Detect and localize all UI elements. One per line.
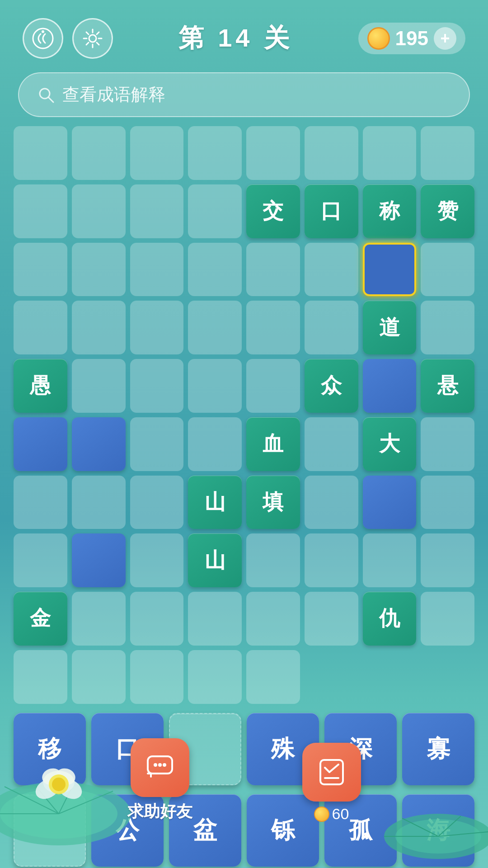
settings-button[interactable]	[72, 18, 113, 59]
search-icon	[37, 86, 55, 104]
grid-cell[interactable]	[130, 301, 184, 354]
grid-cell[interactable]	[130, 184, 184, 238]
grid-cell[interactable]	[363, 533, 417, 587]
grid-cell[interactable]	[188, 184, 242, 238]
coin-icon	[367, 27, 390, 50]
grid-cell[interactable]	[130, 126, 184, 180]
grid-cell[interactable]	[130, 650, 184, 704]
grid-cell[interactable]	[421, 301, 474, 354]
grid-cell[interactable]	[421, 533, 474, 587]
grid-cell[interactable]	[246, 650, 300, 704]
grid-cell[interactable]	[14, 476, 67, 529]
grid-cell[interactable]	[421, 476, 474, 529]
grid-cell[interactable]: 血	[246, 417, 300, 471]
grid-cell[interactable]: 赞	[421, 184, 474, 238]
coin-cost: 60	[332, 805, 349, 823]
svg-line-4	[49, 98, 53, 102]
svg-point-19	[163, 763, 166, 767]
grid-cell[interactable]: 众	[305, 359, 358, 413]
grid-cell[interactable]	[188, 417, 242, 471]
grid-cell[interactable]	[130, 592, 184, 646]
grid-cell[interactable]	[14, 533, 67, 587]
grid-cell[interactable]: 仇	[363, 592, 417, 646]
grid-cell[interactable]	[72, 417, 126, 471]
grid-cell[interactable]	[14, 417, 67, 471]
grid-cell[interactable]	[421, 417, 474, 471]
grid-cell[interactable]	[363, 126, 417, 180]
grid-cell[interactable]	[246, 359, 300, 413]
grid-cell[interactable]: 山	[188, 476, 242, 529]
grid-cell[interactable]	[188, 650, 242, 704]
svg-point-17	[154, 763, 157, 767]
checklist-button-wrap: 60	[302, 743, 361, 823]
grid-cell[interactable]	[246, 301, 300, 354]
grid-cell[interactable]	[14, 243, 67, 297]
back-button[interactable]	[23, 18, 63, 59]
bottom-buttons: 求助好友 60	[0, 738, 488, 823]
coin-count: 195	[395, 27, 428, 50]
grid-cell[interactable]	[188, 126, 242, 180]
grid-cell[interactable]	[72, 533, 126, 587]
grid-cell[interactable]	[305, 243, 358, 297]
grid-cell[interactable]	[72, 243, 126, 297]
grid-cell[interactable]	[72, 592, 126, 646]
grid-cell[interactable]: 金	[14, 592, 67, 646]
coin-badge-icon	[314, 807, 329, 822]
grid-cell[interactable]	[14, 126, 67, 180]
grid-cell[interactable]	[421, 243, 474, 297]
grid-cell[interactable]	[130, 417, 184, 471]
grid-cell[interactable]	[305, 417, 358, 471]
svg-point-1	[42, 30, 44, 33]
grid-cell[interactable]	[305, 126, 358, 180]
checklist-button[interactable]	[302, 743, 361, 802]
grid-cell[interactable]	[188, 592, 242, 646]
grid-cell[interactable]: 口	[305, 184, 358, 238]
grid-cell[interactable]: 悬	[421, 359, 474, 413]
grid-cell[interactable]	[246, 243, 300, 297]
grid-cell[interactable]	[72, 650, 126, 704]
grid-cell[interactable]	[188, 359, 242, 413]
grid-cell[interactable]	[305, 301, 358, 354]
grid-cell[interactable]	[72, 359, 126, 413]
grid-cell[interactable]	[72, 126, 126, 180]
grid-cell[interactable]: 交	[246, 184, 300, 238]
grid-cell[interactable]	[421, 592, 474, 646]
grid-cell[interactable]	[188, 243, 242, 297]
grid-cell[interactable]	[14, 650, 67, 704]
grid-cell[interactable]	[72, 476, 126, 529]
add-coins-button[interactable]: +	[434, 27, 456, 50]
grid-cell[interactable]	[246, 533, 300, 587]
grid-cell[interactable]	[363, 243, 417, 297]
grid-cell[interactable]	[188, 301, 242, 354]
help-friends-button[interactable]	[131, 738, 189, 797]
grid-cell[interactable]	[130, 533, 184, 587]
grid-cell[interactable]	[72, 184, 126, 238]
grid-cell[interactable]	[14, 301, 67, 354]
help-btn-label: 求助好友	[127, 801, 192, 823]
grid-cell[interactable]	[14, 184, 67, 238]
grid-cell[interactable]	[305, 592, 358, 646]
page-title: 第 14 关	[178, 21, 293, 56]
grid-cell[interactable]	[130, 476, 184, 529]
grid-cell[interactable]	[246, 126, 300, 180]
grid-cell[interactable]: 道	[363, 301, 417, 354]
grid-cell[interactable]	[305, 533, 358, 587]
grid-cell[interactable]	[363, 476, 417, 529]
svg-point-2	[89, 35, 96, 42]
grid-cell[interactable]	[305, 476, 358, 529]
header: 第 14 关 195 +	[0, 0, 488, 68]
grid-cell[interactable]: 称	[363, 184, 417, 238]
grid-cell[interactable]: 大	[363, 417, 417, 471]
grid-cell[interactable]	[421, 126, 474, 180]
grid-cell[interactable]: 填	[246, 476, 300, 529]
search-bar[interactable]: 查看成语解释	[18, 72, 470, 117]
grid-cell[interactable]	[72, 301, 126, 354]
help-button-wrap: 求助好友	[127, 738, 192, 823]
grid-cell[interactable]: 山	[188, 533, 242, 587]
grid-cell[interactable]	[130, 359, 184, 413]
grid-cell[interactable]	[130, 243, 184, 297]
svg-rect-20	[320, 760, 343, 784]
grid-cell[interactable]	[246, 592, 300, 646]
grid-cell[interactable]	[363, 359, 417, 413]
grid-cell[interactable]: 愚	[14, 359, 67, 413]
